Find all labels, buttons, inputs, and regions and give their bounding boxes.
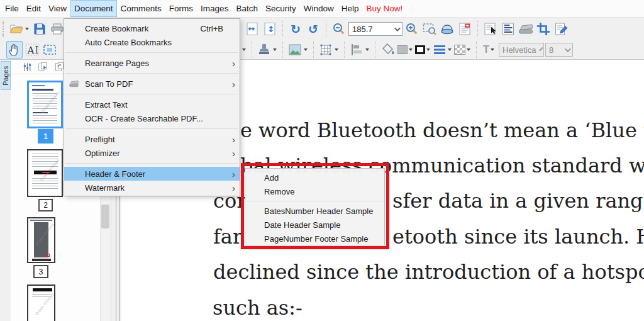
grid-tool-button[interactable] (318, 41, 340, 59)
rotate-clockwise-button[interactable]: ↻ (287, 20, 304, 38)
fill-color-button[interactable] (380, 41, 396, 59)
grid-dropdown-caret[interactable] (335, 48, 338, 51)
zoom-level-combo[interactable]: 185.7 (348, 22, 402, 36)
menu-item-ocr[interactable]: OCR - Create Searchable PDF... (64, 111, 240, 125)
pan-and-zoom-button[interactable] (457, 20, 473, 38)
page-thumbnail-1[interactable]: Qoppa Software (27, 81, 63, 128)
hidden-tool-caret[interactable] (242, 48, 246, 51)
toolbar-grip[interactable] (3, 21, 5, 37)
toolbar-separator (344, 42, 345, 58)
loupe-tool-button[interactable] (439, 20, 455, 38)
line-width-icon (433, 43, 447, 56)
fit-width-button[interactable]: ↔ (244, 20, 260, 38)
rotate-counterclockwise-button[interactable]: ↺ (305, 20, 321, 38)
fit-height-button[interactable]: ↕ (262, 20, 278, 38)
menu-file[interactable]: File (1, 0, 23, 17)
select-text-icon: A (25, 42, 40, 57)
select-text-button[interactable]: A (24, 41, 40, 59)
chevron-down-icon (565, 46, 571, 52)
font-family-combo[interactable]: Helvetica (499, 43, 544, 57)
opacity-checker-icon (454, 45, 465, 55)
menu-comments[interactable]: Comments (117, 0, 165, 17)
menu-edit[interactable]: Edit (23, 0, 45, 17)
zoom-level-value: 185.7 (352, 25, 373, 34)
menu-batch[interactable]: Batch (232, 0, 262, 17)
edit-content-button[interactable] (553, 20, 569, 38)
menu-forms[interactable]: Forms (165, 0, 197, 17)
menu-security[interactable]: Security (262, 0, 300, 17)
page-number-badge-2[interactable]: 2 (38, 199, 53, 211)
menu-item-create-bookmark[interactable]: Create Bookmark Ctrl+B (64, 21, 240, 35)
menu-item-rearrange-pages[interactable]: Rearrange Pages › (64, 56, 240, 70)
rotate-counterclockwise-icon: ↺ (308, 23, 318, 35)
menu-item-watermark[interactable]: Watermark › (64, 181, 240, 194)
document-text-line-4-right: etooth since its launch. H (392, 225, 644, 249)
menu-window[interactable]: Window (300, 0, 338, 17)
menu-bar: File Edit View Document Comments Forms I… (0, 0, 644, 18)
fill-swatch-button[interactable] (397, 41, 414, 59)
line-width-button[interactable] (433, 41, 453, 59)
hand-tool-button[interactable] (6, 41, 23, 59)
page-thumbnail-3[interactable]: Qoppa Software (27, 217, 55, 263)
menu-item-scan-to-pdf[interactable]: Scan To PDF › (64, 77, 240, 91)
page-layout-icon (501, 21, 516, 37)
pages-scrollbar-thumb[interactable] (101, 205, 109, 228)
opacity-dropdown-caret[interactable] (467, 48, 470, 51)
stamp-tool-button[interactable] (257, 41, 278, 59)
menu-item-extract-text[interactable]: Extract Text (64, 98, 240, 111)
fill-dropdown-caret[interactable] (409, 48, 413, 51)
image-tool-button[interactable] (287, 41, 309, 59)
stroke-color-button[interactable] (415, 41, 431, 59)
page-thumbnail-4[interactable]: Qoppa Software (27, 284, 55, 321)
open-button[interactable] (9, 20, 30, 38)
font-size-value: 8 (549, 45, 553, 55)
submenu-arrow-icon: › (232, 135, 235, 144)
zoom-in-button[interactable] (404, 20, 420, 38)
stamp-dropdown-caret[interactable] (273, 48, 277, 51)
marquee-zoom-button[interactable] (421, 20, 438, 38)
extract-pages-icon[interactable] (37, 61, 49, 72)
select-tool-button[interactable] (482, 20, 499, 38)
crop-button[interactable] (535, 20, 552, 38)
document-text-line-4-left: far (213, 225, 242, 249)
snapshot-button[interactable] (42, 41, 58, 59)
menu-help[interactable]: Help (338, 0, 363, 17)
panel-options-icon[interactable] (22, 62, 33, 72)
page-number-badge-1[interactable]: 1 (38, 129, 53, 144)
menu-images[interactable]: Images (197, 0, 232, 17)
toolbar-separator (477, 21, 478, 37)
page-number-badge-3[interactable]: 3 (33, 265, 48, 278)
toolbar-separator (282, 21, 283, 37)
stroke-dropdown-caret[interactable] (426, 48, 430, 51)
zoom-out-button[interactable] (331, 20, 347, 38)
font-size-combo[interactable]: 8 (545, 43, 573, 57)
annotation-tool-group: T Helvetica 8 (241, 40, 573, 60)
menu-view[interactable]: View (45, 0, 70, 17)
image-dropdown-caret[interactable] (304, 48, 308, 51)
snapshot-icon (42, 42, 57, 57)
document-menu-dropdown: Create Bookmark Ctrl+B Auto Create Bookm… (64, 18, 240, 196)
menu-item-preflight[interactable]: Preflight › (64, 132, 240, 146)
text-tool-button[interactable]: T (481, 41, 497, 59)
alignment-tool-button[interactable] (349, 41, 370, 59)
menu-document[interactable]: Document (70, 0, 117, 17)
submenu-arrow-icon: › (232, 59, 235, 68)
document-text-line-6: such as:- (213, 296, 303, 320)
menu-item-auto-create-bookmarks[interactable]: Auto Create Bookmarks (64, 35, 240, 49)
pages-tab[interactable]: Pages (1, 61, 11, 90)
alignment-dropdown-caret[interactable] (365, 48, 369, 51)
line-width-dropdown-caret[interactable] (448, 48, 452, 51)
scan-button[interactable] (518, 20, 534, 38)
paint-bucket-icon (380, 42, 396, 57)
menu-item-header-and-footer[interactable]: Header & Footer › (64, 167, 240, 181)
text-tool-dropdown-caret[interactable] (491, 48, 494, 51)
chevron-down-icon[interactable] (394, 25, 401, 31)
opacity-button[interactable] (454, 41, 472, 59)
open-dropdown-caret[interactable] (25, 28, 29, 30)
page-layout-button[interactable] (500, 20, 516, 38)
menu-buy-now[interactable]: Buy Now! (362, 0, 406, 17)
menu-item-optimizer[interactable]: Optimizer › (64, 146, 240, 160)
save-button[interactable] (31, 20, 48, 38)
page-thumbnail-2[interactable]: Qoppa Software (27, 149, 63, 197)
submenu-arrow-icon: › (232, 149, 235, 158)
